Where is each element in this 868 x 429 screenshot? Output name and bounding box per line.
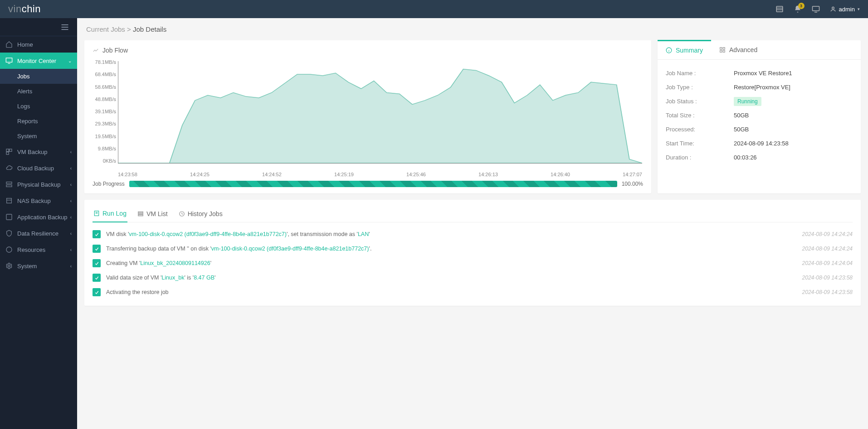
log-text: Creating VM 'Linux_bk_20240809114926': [106, 260, 802, 266]
summary-row-job-type: Job Type : Restore[Proxmox VE]: [666, 80, 853, 94]
tab-vm-list-label: VM List: [146, 210, 168, 217]
log-list: VM disk 'vm-100-disk-0.qcow2 (df0f3ae9-d…: [93, 222, 853, 299]
y-tick: 68.4MB/s: [93, 72, 116, 77]
summary-card: Summary Advanced Job Name : Proxmox VE R…: [658, 40, 861, 193]
menu-system[interactable]: System ‹: [0, 258, 77, 274]
breadcrumb-current: Job Details: [133, 25, 166, 33]
log-timestamp: 2024-08-09 14:23:58: [802, 275, 853, 281]
sidebar-toggle[interactable]: [0, 18, 77, 36]
submenu-reports[interactable]: Reports: [0, 114, 77, 129]
chevron-left-icon: ‹: [70, 149, 72, 154]
tab-history-jobs[interactable]: History Jobs: [178, 206, 224, 222]
job-flow-title: Job Flow: [93, 47, 643, 54]
monitor-icon: [5, 57, 13, 64]
menu-nas-backup[interactable]: NAS Backup ‹: [0, 193, 77, 209]
log-row: Valid data size of VM 'Linux_bk' is '8.4…: [93, 270, 853, 285]
menu-application-backup[interactable]: Application Backup ‹: [0, 209, 77, 225]
log-row: Creating VM 'Linux_bk_20240809114926'202…: [93, 256, 853, 270]
tab-summary-label: Summary: [676, 47, 703, 54]
menu-monitor-center[interactable]: Monitor Center ⌄: [0, 53, 77, 69]
tab-history-label: History Jobs: [188, 210, 223, 217]
tab-summary[interactable]: Summary: [658, 40, 711, 59]
submenu-alerts[interactable]: Alerts: [0, 84, 77, 99]
tab-advanced[interactable]: Advanced: [711, 40, 766, 59]
x-tick: 14:26:40: [551, 172, 570, 177]
resources-icon: [5, 246, 13, 253]
log-card: Run Log VM List History Jobs VM disk 'vm…: [84, 200, 861, 306]
chevron-left-icon: ‹: [70, 198, 72, 203]
svg-rect-33: [138, 215, 143, 216]
main: Current Jobs > Job Details Job Flow 78.1…: [77, 18, 868, 429]
summary-value: 50GB: [734, 112, 749, 119]
breadcrumb-parent[interactable]: Current Jobs: [86, 25, 125, 33]
bell-badge: 3: [798, 3, 805, 9]
info-icon: [666, 47, 672, 53]
svg-rect-16: [7, 198, 12, 203]
submenu-logs[interactable]: Logs: [0, 99, 77, 114]
check-icon: [93, 230, 101, 238]
svg-rect-13: [6, 152, 9, 154]
submenu-logs-label: Logs: [17, 103, 30, 110]
log-timestamp: 2024-08-09 14:24:24: [802, 246, 853, 252]
screen-icon[interactable]: [812, 5, 820, 13]
menu-home[interactable]: Home: [0, 36, 77, 53]
menu-cloud-label: Cloud Backup: [17, 165, 54, 172]
bell-icon[interactable]: 3: [794, 5, 802, 13]
submenu-jobs-label: Jobs: [17, 73, 29, 80]
menu-app-label: Application Backup: [17, 214, 68, 221]
menu-cloud-backup[interactable]: Cloud Backup ‹: [0, 160, 77, 176]
server-icon: [5, 181, 13, 188]
tab-run-log[interactable]: Run Log: [93, 206, 127, 222]
menu-data-resilience[interactable]: Data Resilience ‹: [0, 225, 77, 241]
svg-rect-12: [10, 149, 12, 151]
cloud-icon: [5, 164, 13, 172]
summary-row-start-time: Start Time: 2024-08-09 14:23:58: [666, 136, 853, 150]
chevron-down-icon: ⌄: [68, 58, 72, 63]
submenu-jobs[interactable]: Jobs: [0, 69, 77, 84]
list-icon[interactable]: [775, 5, 784, 13]
chart-y-labels: 78.1MB/s68.4MB/s58.6MB/s48.8MB/s39.1MB/s…: [93, 59, 116, 164]
summary-label: Duration :: [666, 154, 734, 161]
svg-point-5: [832, 7, 834, 9]
progress-row: Job Progress 100.00%: [93, 181, 643, 187]
summary-label: Job Type :: [666, 84, 734, 91]
user-icon: [830, 6, 836, 12]
check-icon: [93, 245, 101, 253]
summary-row-job-status: Job Status : Running: [666, 94, 853, 108]
progress-bar: [129, 181, 617, 187]
svg-rect-32: [138, 213, 143, 214]
topbar-icons: 3 admin ▾: [775, 5, 860, 13]
svg-rect-15: [6, 185, 12, 187]
summary-row-total-size: Total Size : 50GB: [666, 108, 853, 122]
chart-svg: [118, 61, 642, 163]
check-icon: [93, 259, 101, 267]
vm-icon: [5, 148, 13, 155]
summary-row-job-name: Job Name : Proxmox VE Restore1: [666, 66, 853, 80]
chevron-left-icon: ‹: [70, 247, 72, 252]
summary-value: 00:03:26: [734, 154, 757, 161]
menu-resources[interactable]: Resources ‹: [0, 241, 77, 258]
submenu-system[interactable]: System: [0, 129, 77, 144]
svg-rect-25: [723, 48, 725, 49]
log-tabs: Run Log VM List History Jobs: [93, 206, 853, 222]
menu-vm-label: VM Backup: [17, 149, 47, 155]
log-timestamp: 2024-08-09 14:23:58: [802, 289, 853, 295]
summary-label: Processed:: [666, 126, 734, 133]
home-icon: [5, 41, 13, 48]
job-flow-title-text: Job Flow: [102, 47, 128, 54]
summary-label: Total Size :: [666, 112, 734, 119]
summary-value: Restore[Proxmox VE]: [734, 84, 790, 91]
user-menu[interactable]: admin ▾: [830, 6, 860, 13]
menu-vm-backup[interactable]: VM Backup ‹: [0, 144, 77, 160]
shield-icon: [5, 230, 13, 237]
log-row: Transferring backup data of VM '' on dis…: [93, 241, 853, 256]
menu-physical-backup[interactable]: Physical Backup ‹: [0, 176, 77, 193]
log-text: VM disk 'vm-100-disk-0.qcow2 (df0f3ae9-d…: [106, 231, 802, 237]
submenu-system-label: System: [17, 133, 37, 140]
svg-rect-31: [138, 212, 143, 212]
log-row: VM disk 'vm-100-disk-0.qcow2 (df0f3ae9-d…: [93, 227, 853, 241]
log-text: Activating the restore job: [106, 289, 802, 295]
y-tick: 29.3MB/s: [93, 121, 116, 126]
tab-vm-list[interactable]: VM List: [137, 206, 169, 222]
svg-rect-14: [6, 182, 12, 184]
